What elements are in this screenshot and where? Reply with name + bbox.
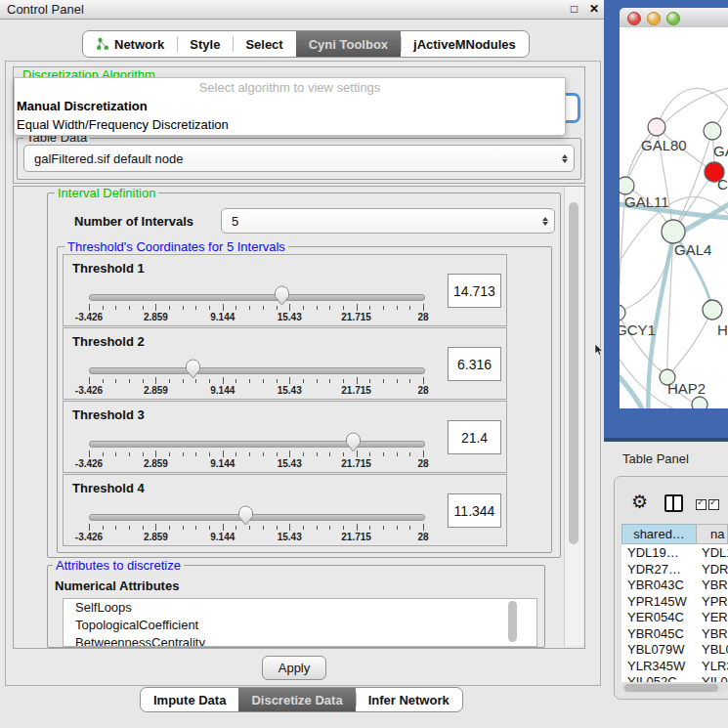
slider-tick-label: 21.715 xyxy=(341,458,371,469)
network-node[interactable] xyxy=(703,300,722,320)
slider-thumb[interactable] xyxy=(185,359,201,380)
tab-network[interactable]: Network xyxy=(83,31,177,57)
network-node[interactable] xyxy=(648,118,665,136)
table-cell-shared-name[interactable]: YER054C xyxy=(627,610,696,624)
slider-tick-label: 28 xyxy=(417,312,428,322)
slider-tick xyxy=(115,379,116,383)
panel-scrollbar-thumb[interactable] xyxy=(569,202,578,544)
attribute-item[interactable]: BetweennessCentrality xyxy=(64,634,536,647)
tab-jactivemnodules[interactable]: jActiveMNodules xyxy=(401,31,529,57)
slider-tick xyxy=(329,526,330,530)
table-cell-shared-name[interactable]: YPR145W xyxy=(627,594,696,609)
table-cell-shared-name[interactable]: YBR043C xyxy=(627,578,696,592)
slider-track[interactable] xyxy=(89,294,425,301)
table-cell-shared-name[interactable]: YIL052C xyxy=(627,674,696,682)
slider-tick xyxy=(383,526,384,530)
table-cell-name[interactable]: YDR2 xyxy=(702,562,728,577)
list-scrollbar-thumb[interactable] xyxy=(508,601,517,642)
table-cell-shared-name[interactable]: YDR27… xyxy=(627,562,696,577)
table-cell-name[interactable]: YIL0 xyxy=(702,674,728,682)
minimize-window-button[interactable] xyxy=(647,12,661,25)
tab-impute-data[interactable]: Impute Data xyxy=(141,688,238,711)
slider-tick-label: 9.144 xyxy=(210,532,235,542)
table-cell-name[interactable]: YBL0 xyxy=(702,642,728,657)
slider-track[interactable] xyxy=(89,441,425,448)
tab-style[interactable]: Style xyxy=(177,31,233,57)
threshold-value-field[interactable]: 11.344 xyxy=(448,493,501,528)
node-label: HAP2 xyxy=(667,380,706,397)
gear-icon[interactable]: ⚙ xyxy=(631,492,648,511)
slider-tick xyxy=(155,377,156,384)
table-data-combobox[interactable]: galFiltered.sif default node xyxy=(23,145,575,172)
slider-tick-label: -3.426 xyxy=(75,532,103,542)
network-node[interactable] xyxy=(692,397,707,408)
slider-thumb[interactable] xyxy=(237,505,254,527)
slider-tick xyxy=(303,526,304,530)
split-columns-icon[interactable] xyxy=(664,494,683,512)
table-cell-name[interactable]: YER0 xyxy=(702,610,728,624)
slider-tick-label: -3.426 xyxy=(75,312,103,322)
network-node[interactable] xyxy=(704,122,721,140)
panel-scrollbar[interactable] xyxy=(564,187,583,646)
numerical-attributes-list[interactable]: SelfLoopsTopologicalCoefficientBetweenne… xyxy=(63,598,537,647)
bottom-tabbar: Impute DataDiscretize DataInfer Network xyxy=(140,687,463,712)
zoom-window-button[interactable] xyxy=(666,12,680,25)
slider-track[interactable] xyxy=(89,367,425,374)
table-cell-shared-name[interactable]: YBR045C xyxy=(627,626,696,641)
close-icon[interactable]: ✕ xyxy=(589,2,599,16)
slider-tick-label: 9.144 xyxy=(210,312,235,322)
column-header-shared[interactable]: shared… xyxy=(621,524,697,544)
control-panel-titlebar: Control Panel □ ✕ xyxy=(0,0,604,20)
node-table[interactable]: YDL19…YDL1YDR27…YDR2YBR043CYBR0YPR145WYP… xyxy=(621,544,728,682)
table-cell-name[interactable]: YBR0 xyxy=(702,578,728,592)
table-cell-shared-name[interactable]: YLR345W xyxy=(627,659,696,673)
slider-thumb[interactable] xyxy=(274,285,290,307)
slider-tick xyxy=(343,379,344,383)
slider-tick xyxy=(223,450,224,457)
table-cell-shared-name[interactable]: YDL19… xyxy=(627,545,696,560)
table-cell-name[interactable]: YPR1 xyxy=(702,594,728,609)
table-cell-shared-name[interactable]: YBL079W xyxy=(627,642,696,657)
dropdown-option-manual[interactable]: Manual Discretization xyxy=(15,97,565,115)
close-window-button[interactable] xyxy=(627,12,641,25)
checkbox-icons[interactable] xyxy=(696,496,719,514)
slider-tick xyxy=(103,526,104,530)
table-cell-name[interactable]: YDL1 xyxy=(702,545,728,560)
slider-thumb[interactable] xyxy=(345,432,362,453)
tab-select[interactable]: Select xyxy=(233,31,295,57)
column-header-name[interactable]: na xyxy=(696,524,728,544)
table-cell-name[interactable]: YBR0 xyxy=(702,626,728,641)
table-hscrollbar-thumb[interactable] xyxy=(624,684,718,692)
network-node[interactable] xyxy=(620,177,634,194)
apply-button[interactable]: Apply xyxy=(262,656,326,680)
checkbox-icon[interactable] xyxy=(708,499,719,510)
slider-tick-label: -3.426 xyxy=(75,458,103,469)
attribute-item[interactable]: SelfLoops xyxy=(64,599,536,617)
network-node[interactable] xyxy=(662,220,685,243)
slider-tick-label: 9.144 xyxy=(210,385,235,396)
slider-tick xyxy=(289,377,290,384)
checkbox-icon[interactable] xyxy=(696,499,707,510)
network-window-titlebar[interactable] xyxy=(620,8,728,28)
tab-cyni-toolbox[interactable]: Cyni Toolbox xyxy=(296,31,401,57)
attribute-item[interactable]: TopologicalCoefficient xyxy=(64,617,536,634)
threshold-value-field[interactable]: 14.713 xyxy=(448,274,501,308)
num-intervals-combobox[interactable]: 5 xyxy=(221,208,555,234)
tab-infer-network[interactable]: Infer Network xyxy=(356,688,462,711)
threshold-value-field[interactable]: 6.316 xyxy=(448,347,501,381)
slider-tick xyxy=(397,379,398,383)
slider-track[interactable] xyxy=(89,514,425,521)
slider-tick xyxy=(89,377,90,384)
network-canvas[interactable]: GAL80GACGAL11GAL4GCY1HHAP2 xyxy=(620,27,728,408)
dropdown-option-equal-width[interactable]: Equal Width/Frequency Discretization xyxy=(15,115,565,134)
slider-tick xyxy=(129,379,130,383)
table-hscrollbar[interactable] xyxy=(621,682,728,693)
slider-tick xyxy=(169,526,170,530)
table-cell-name[interactable]: YLR3 xyxy=(702,659,728,673)
tab-discretize-data[interactable]: Discretize Data xyxy=(238,688,355,711)
slider-tick xyxy=(317,306,318,310)
screenshot-root: Control Panel □ ✕ NetworkStyleSelectCyni… xyxy=(0,0,728,728)
network-node[interactable] xyxy=(620,305,625,321)
threshold-value-field[interactable]: 21.4 xyxy=(448,420,501,454)
float-icon[interactable]: □ xyxy=(571,2,578,16)
